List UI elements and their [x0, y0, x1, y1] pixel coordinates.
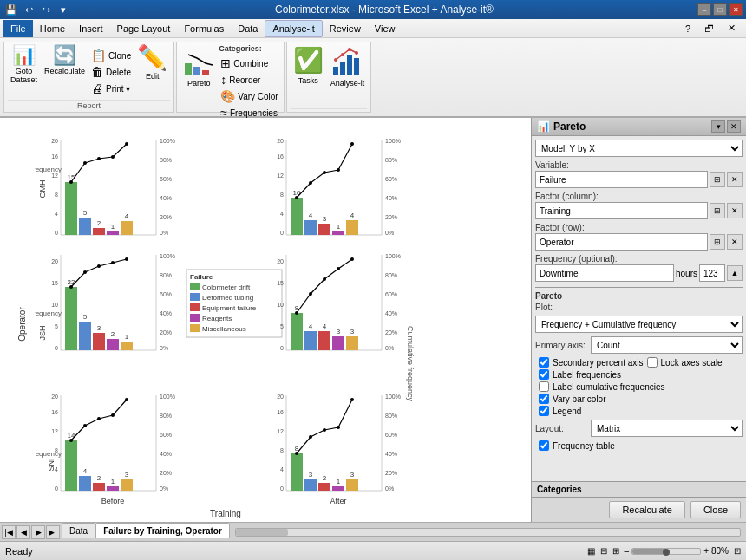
close-panel-btn[interactable]: Close [690, 501, 741, 518]
svg-text:4: 4 [350, 212, 355, 219]
legend-checkbox[interactable] [539, 406, 549, 416]
sheet-tab-data[interactable]: Data [62, 523, 95, 538]
svg-rect-60 [318, 224, 330, 235]
freq-table-checkbox[interactable] [539, 440, 549, 451]
pareto-btn[interactable]: Pareto [180, 44, 217, 89]
menu-view[interactable]: View [368, 20, 402, 37]
customize-btn[interactable]: ▾ [56, 2, 71, 17]
categories-label: Categories: [219, 44, 280, 53]
plot-select[interactable]: Frequency + Cumulative frequency [535, 316, 743, 333]
variable-clear-btn[interactable]: ✕ [727, 172, 743, 187]
view-normal-btn[interactable]: ▦ [587, 546, 595, 556]
svg-rect-193 [304, 479, 317, 491]
model-select[interactable]: Model: Y by X [535, 140, 743, 157]
minimize-btn[interactable]: – [697, 3, 711, 16]
edit-label: Edit [146, 72, 160, 81]
tasks-btn[interactable]: ✅ Tasks [291, 44, 326, 87]
variable-input[interactable] [535, 171, 708, 188]
zoom-slider[interactable] [631, 548, 701, 555]
primary-axis-select[interactable]: Count [591, 336, 743, 354]
svg-text:16: 16 [51, 409, 58, 415]
label-cumul-checkbox[interactable] [539, 381, 549, 392]
menu-page-layout[interactable]: Page Layout [110, 20, 178, 37]
svg-point-103 [125, 257, 128, 261]
svg-rect-59 [304, 220, 317, 235]
svg-rect-114 [190, 324, 200, 332]
svg-rect-29 [79, 218, 91, 235]
tab-nav-first[interactable]: |◀ [2, 525, 16, 539]
layout-select[interactable]: Matrix Single [591, 420, 743, 437]
view-pagebreak-btn[interactable]: ⊞ [612, 546, 619, 556]
panel-close-btn[interactable]: ✕ [727, 120, 741, 133]
undo-btn[interactable]: ↩ [21, 2, 36, 17]
frequency-input[interactable] [535, 264, 674, 282]
factor-column-select-btn[interactable]: ⊞ [710, 203, 725, 218]
menu-formulas[interactable]: Formulas [177, 20, 231, 37]
tab-nav-next[interactable]: ▶ [31, 525, 45, 539]
svg-point-68 [295, 196, 298, 199]
chart-area[interactable]: Operator GMH Frequency 0 4 8 12 16 [0, 118, 531, 522]
menu-data[interactable]: Data [231, 20, 265, 37]
edit-btn[interactable]: ✏️ Edit [134, 44, 170, 82]
expand-btn[interactable]: ⊡ [734, 546, 741, 556]
svg-text:12: 12 [277, 428, 284, 434]
restore-btn[interactable]: 🗗 [697, 20, 721, 37]
reorder-btn[interactable]: ↕ Reorder [219, 72, 280, 88]
svg-point-9 [348, 48, 351, 51]
lock-axes-checkbox[interactable] [647, 357, 658, 368]
label-freq-checkbox[interactable] [539, 369, 549, 380]
analyse-it-btn[interactable]: Analyse-it [328, 44, 368, 89]
variable-select-btn[interactable]: ⊞ [710, 172, 725, 187]
close-window-btn[interactable]: ✕ [721, 20, 743, 37]
svg-rect-1 [193, 67, 200, 75]
factor-column-input[interactable] [535, 202, 708, 219]
recalculate-panel-btn[interactable]: Recalculate [609, 501, 684, 518]
svg-rect-165 [107, 486, 119, 491]
menu-analyse-it[interactable]: Analyse-it [265, 20, 322, 37]
zoom-out-btn[interactable]: – [625, 546, 630, 556]
save-btn[interactable]: 💾 [3, 2, 19, 17]
help-btn[interactable]: ? [678, 20, 697, 37]
tab-nav-last[interactable]: ▶| [46, 525, 60, 539]
redo-btn[interactable]: ↪ [38, 2, 54, 17]
view-layout-btn[interactable]: ⊟ [600, 546, 607, 556]
secondary-percent-checkbox[interactable] [539, 357, 549, 368]
factor-column-clear-btn[interactable]: ✕ [727, 203, 743, 218]
print-btn[interactable]: 🖨 Print ▾ [89, 81, 133, 96]
factor-row-select-btn[interactable]: ⊞ [710, 234, 725, 250]
panel-bottom-buttons: Recalculate Close [532, 497, 746, 522]
menu-home[interactable]: Home [33, 20, 72, 37]
factor-column-section: Factor (column): ⊞ ✕ [535, 192, 743, 219]
svg-text:5: 5 [55, 323, 58, 329]
zoom-in-btn[interactable]: + [703, 546, 709, 556]
factor-row-clear-btn[interactable]: ✕ [727, 234, 743, 250]
vary-bar-checkbox[interactable] [539, 394, 549, 404]
combine-btn[interactable]: ⊞ Combine [219, 55, 280, 71]
menu-insert[interactable]: Insert [72, 20, 110, 37]
goto-dataset-btn[interactable]: 📊 GotoDataset [8, 44, 40, 86]
frequency-number-input[interactable] [699, 264, 725, 282]
delete-btn[interactable]: 🗑 Delete [89, 64, 133, 80]
frequency-spinner-up[interactable]: ▲ [727, 265, 743, 281]
svg-text:8: 8 [55, 192, 58, 198]
tab-nav-prev[interactable]: ◀ [16, 525, 30, 539]
svg-text:0%: 0% [385, 230, 394, 236]
svg-point-72 [350, 142, 354, 146]
svg-text:20%: 20% [160, 470, 172, 476]
frequency-section: Frequency (optional): hours ▲ [535, 254, 743, 282]
svg-text:100%: 100% [160, 394, 175, 400]
svg-rect-106 [190, 283, 200, 290]
maximize-btn[interactable]: □ [713, 3, 727, 16]
panel-collapse-btn[interactable]: ▾ [711, 120, 725, 133]
menu-review[interactable]: Review [323, 20, 368, 37]
menu-file[interactable]: File [3, 20, 33, 37]
sheet-tab-failure[interactable]: Failure by Training, Operator [95, 523, 230, 538]
recalculate-ribbon-btn[interactable]: 🔄 Recalculate [42, 44, 88, 77]
svg-text:1: 1 [125, 333, 129, 341]
vary-color-btn[interactable]: 🎨 Vary Color [219, 88, 280, 104]
close-btn[interactable]: ✕ [729, 3, 743, 16]
zoom-thumb[interactable] [663, 549, 670, 556]
operator-label: Operator [17, 307, 27, 341]
clone-btn[interactable]: 📋 Clone [89, 48, 133, 63]
factor-row-input[interactable] [535, 233, 708, 251]
